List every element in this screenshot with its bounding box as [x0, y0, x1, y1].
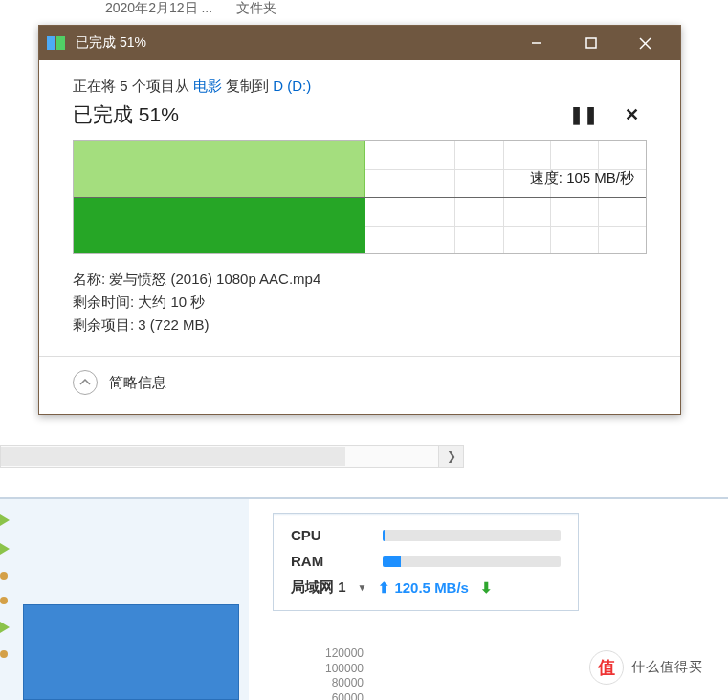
horizontal-scrollbar[interactable]: ❯	[0, 445, 464, 468]
chart-progress-fill	[74, 197, 365, 253]
copy-description: 正在将 5 个项目从 电影 复制到 D (D:)	[73, 77, 647, 96]
stats-panel: CPU RAM 局域网 1 ▼ ⬆ 120.5 MB/s ⬇	[273, 513, 579, 611]
ram-label: RAM	[291, 553, 365, 569]
arrow-down-icon: ⬇	[480, 580, 493, 597]
svg-rect-1	[586, 38, 596, 48]
chart-speed-area	[74, 141, 365, 197]
speed-chart: 速度: 105 MB/秒	[73, 140, 647, 254]
remaining-items: 3 (722 MB)	[138, 317, 209, 333]
brief-info-toggle[interactable]: 简略信息	[73, 370, 647, 395]
file-type: 文件夹	[236, 0, 276, 17]
watermark-icon: 值	[589, 650, 624, 685]
scroll-right-icon[interactable]: ❯	[438, 446, 463, 467]
dropdown-caret-icon[interactable]: ▼	[358, 582, 367, 593]
arrow-up-icon: ⬆	[378, 580, 390, 597]
copy-details: 名称: 爱与愤怒 (2016) 1080p AAC.mp4 剩余时间: 大约 1…	[73, 268, 647, 337]
window-title: 已完成 51%	[76, 34, 509, 52]
cpu-row: CPU	[291, 527, 561, 543]
remaining-time: 大约 10 秒	[138, 294, 205, 310]
watermark-text: 什么值得买	[631, 659, 703, 676]
upload-speed: ⬆ 120.5 MB/s	[378, 580, 469, 597]
minimize-button[interactable]	[509, 26, 563, 60]
scrollbar-thumb[interactable]	[1, 447, 345, 466]
y-axis-ticks: 120000 100000 80000 60000	[325, 646, 364, 700]
cpu-bar	[383, 530, 561, 541]
destination-link[interactable]: D (D:)	[273, 77, 311, 94]
progress-title: 已完成 51%	[73, 101, 179, 128]
watermark: 值 什么值得买	[585, 646, 715, 689]
copy-icon	[47, 36, 66, 50]
resource-block	[23, 604, 239, 700]
source-link[interactable]: 电影	[193, 77, 222, 94]
pause-button[interactable]: ❚❚	[569, 104, 598, 125]
chevron-up-icon	[73, 370, 98, 395]
copy-progress-dialog: 已完成 51% 正在将 5 个项目从 电影 复制到 D (D:) 已完成 51%…	[38, 25, 681, 415]
file-name: 爱与愤怒 (2016) 1080p AAC.mp4	[109, 271, 320, 287]
titlebar[interactable]: 已完成 51%	[39, 26, 680, 60]
divider	[39, 356, 680, 357]
cancel-button[interactable]: ✕	[625, 104, 639, 125]
close-button[interactable]	[618, 26, 673, 60]
background-file-row: 2020年2月12日 ... 文件夹	[105, 0, 276, 17]
indicator-column	[0, 514, 10, 658]
net-label: 局域网 1	[291, 579, 346, 597]
chart-midline	[74, 197, 646, 198]
ram-row: RAM	[291, 553, 561, 569]
speed-label: 速度: 105 MB/秒	[530, 169, 634, 187]
network-row: 局域网 1 ▼ ⬆ 120.5 MB/s ⬇	[291, 579, 561, 597]
cpu-label: CPU	[291, 527, 365, 543]
maximize-button[interactable]	[563, 26, 618, 60]
left-panel	[0, 499, 249, 700]
file-date: 2020年2月12日 ...	[105, 0, 212, 17]
ram-bar	[383, 556, 561, 567]
